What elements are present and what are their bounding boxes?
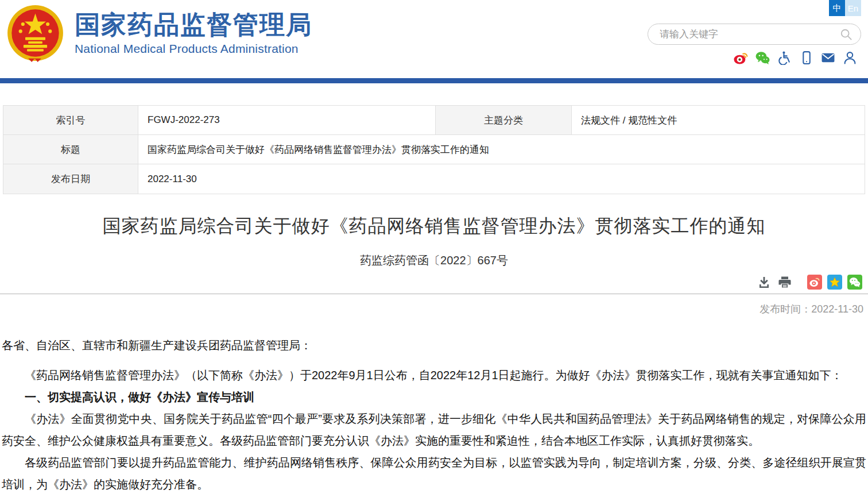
article-toolbar — [751, 275, 862, 290]
body-paragraph: 各级药品监管部门要以提升药品监管能力、维护药品网络销售秩序、保障公众用药安全为目… — [2, 452, 866, 495]
meta-value-date: 2022-11-30 — [138, 164, 865, 194]
meta-label-index: 索引号 — [3, 106, 138, 135]
page: 国家药品监督管理局 National Medical Products Admi… — [0, 0, 868, 501]
lang-english-button[interactable]: En — [845, 0, 861, 16]
user-icon[interactable] — [843, 51, 857, 65]
national-emblem-icon — [6, 4, 65, 63]
article-title: 国家药监局综合司关于做好《药品网络销售监督管理办法》贯彻落实工作的通知 — [0, 214, 868, 239]
site-header: 国家药品监督管理局 National Medical Products Admi… — [0, 0, 868, 78]
meta-value-category: 法规文件 / 规范性文件 — [572, 106, 865, 135]
mobile-icon[interactable] — [799, 51, 813, 65]
wechat-icon[interactable] — [755, 51, 770, 65]
weibo-icon[interactable] — [734, 51, 748, 65]
meta-label-category: 主题分类 — [436, 106, 572, 135]
body-section-heading: 一、切实提高认识，做好《办法》宣传与培训 — [2, 386, 866, 408]
site-logo-link[interactable]: 国家药品监督管理局 National Medical Products Admi… — [6, 4, 312, 63]
accessibility-icon[interactable] — [777, 51, 792, 65]
site-title: 国家药品监督管理局 — [75, 10, 312, 40]
lang-chinese-button[interactable]: 中 — [829, 0, 845, 16]
header-divider-bar — [0, 78, 868, 83]
share-qzone-icon[interactable] — [827, 275, 842, 290]
body-paragraph-salutation: 各省、自治区、直辖市和新疆生产建设兵团药品监督管理局： — [2, 334, 866, 356]
publish-time: 发布时间：2022-11-30 — [760, 302, 863, 316]
horizontal-divider — [0, 294, 868, 294]
publish-time-value: 2022-11-30 — [811, 303, 863, 315]
brand-text: 国家药品监督管理局 National Medical Products Admi… — [75, 4, 312, 56]
body-paragraph: 《办法》全面贯彻党中央、国务院关于药品监管“四个最严”要求及系列决策部署，进一步… — [2, 408, 866, 452]
meta-label-title: 标题 — [3, 135, 138, 164]
document-meta-table: 索引号 FGWJ-2022-273 主题分类 法规文件 / 规范性文件 标题 国… — [3, 105, 865, 194]
meta-value-title: 国家药监局综合司关于做好《药品网络销售监督管理办法》贯彻落实工作的通知 — [138, 135, 865, 164]
download-icon[interactable] — [757, 275, 772, 290]
mail-icon[interactable] — [821, 51, 835, 65]
search-input[interactable] — [660, 29, 840, 40]
site-subtitle: National Medical Products Administration — [75, 42, 312, 56]
language-switcher: 中 En — [829, 0, 861, 16]
share-weibo-icon[interactable] — [807, 275, 822, 290]
document-number: 药监综药管函〔2022〕667号 — [0, 253, 868, 268]
publish-time-label: 发布时间： — [760, 303, 811, 315]
article-body: 各省、自治区、直辖市和新疆生产建设兵团药品监督管理局： 《药品网络销售监督管理办… — [2, 334, 866, 495]
print-icon[interactable] — [777, 275, 792, 290]
meta-value-index: FGWJ-2022-273 — [138, 106, 436, 135]
meta-label-date: 发布日期 — [3, 164, 138, 194]
share-wechat-icon[interactable] — [847, 275, 862, 290]
search-icon[interactable] — [840, 28, 852, 41]
body-paragraph-intro: 《药品网络销售监督管理办法》（以下简称《办法》）于2022年9月1日公布，自20… — [2, 364, 866, 386]
search-box — [648, 24, 861, 45]
header-icon-row — [734, 51, 857, 65]
